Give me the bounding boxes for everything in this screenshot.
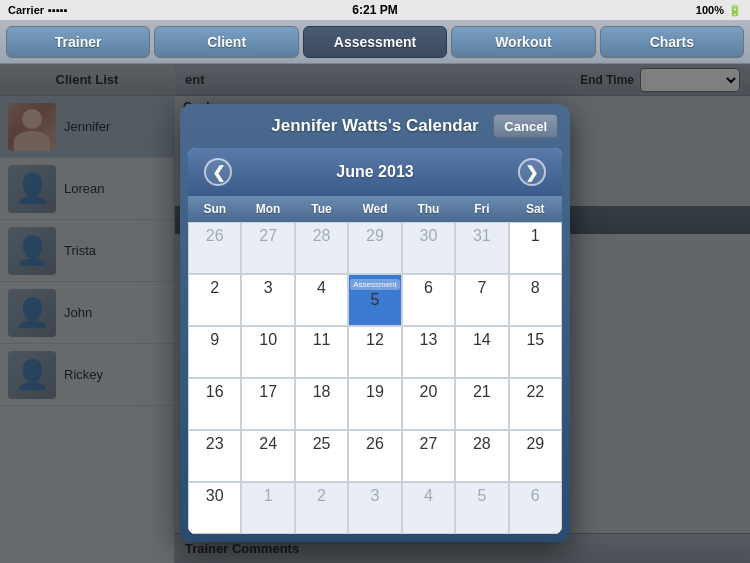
calendar-day[interactable]: 17 (241, 378, 294, 430)
calendar-day[interactable]: 30 (188, 482, 241, 534)
weekday-tue: Tue (295, 196, 348, 222)
time-display: 6:21 PM (352, 3, 397, 17)
calendar-day[interactable]: 6 (402, 274, 455, 326)
prev-month-button[interactable]: ❮ (204, 158, 232, 186)
calendar-day[interactable]: 5 (455, 482, 508, 534)
calendar-day[interactable]: 1 (509, 222, 562, 274)
status-bar: Carrier ▪▪▪▪▪ 6:21 PM 100% 🔋 (0, 0, 750, 20)
calendar-day[interactable]: 27 (241, 222, 294, 274)
weekday-thu: Thu (402, 196, 455, 222)
calendar-modal: Jennifer Watts's Calendar Cancel ❮ June … (180, 104, 570, 542)
modal-title: Jennifer Watts's Calendar (271, 116, 478, 136)
calendar-body: ❮ June 2013 ❯ Sun Mon Tue Wed Thu Fri Sa… (188, 148, 562, 534)
calendar-day[interactable]: 13 (402, 326, 455, 378)
calendar-day[interactable]: 26 (188, 222, 241, 274)
calendar-day[interactable]: 4 (295, 274, 348, 326)
tab-assessment[interactable]: Assessment (303, 26, 447, 58)
calendar-day[interactable]: 28 (295, 222, 348, 274)
calendar-day[interactable]: 3 (348, 482, 401, 534)
calendar-day[interactable]: 2 (295, 482, 348, 534)
calendar-day[interactable]: 24 (241, 430, 294, 482)
calendar-day[interactable]: Assessment5 (348, 274, 401, 326)
calendar-day[interactable]: 10 (241, 326, 294, 378)
main-content: Client List Jennifer Lorean Trista John (0, 64, 750, 563)
weekdays-row: Sun Mon Tue Wed Thu Fri Sat (188, 196, 562, 222)
calendar-day[interactable]: 25 (295, 430, 348, 482)
calendar-day[interactable]: 1 (241, 482, 294, 534)
calendar-day[interactable]: 3 (241, 274, 294, 326)
weekday-sat: Sat (509, 196, 562, 222)
calendar-day[interactable]: 21 (455, 378, 508, 430)
calendar-day[interactable]: 29 (509, 430, 562, 482)
next-month-button[interactable]: ❯ (518, 158, 546, 186)
signal-icon: ▪▪▪▪▪ (48, 4, 68, 16)
calendar-day[interactable]: 19 (348, 378, 401, 430)
calendar-day[interactable]: 18 (295, 378, 348, 430)
calendar-day[interactable]: 30 (402, 222, 455, 274)
calendar-day[interactable]: 14 (455, 326, 508, 378)
calendar-day[interactable]: 23 (188, 430, 241, 482)
calendar-day[interactable]: 8 (509, 274, 562, 326)
calendar-day[interactable]: 28 (455, 430, 508, 482)
modal-header: Jennifer Watts's Calendar Cancel (180, 104, 570, 148)
calendar-day[interactable]: 29 (348, 222, 401, 274)
calendar-day[interactable]: 20 (402, 378, 455, 430)
calendar-day[interactable]: 2 (188, 274, 241, 326)
calendar-day[interactable]: 26 (348, 430, 401, 482)
calendar-nav: ❮ June 2013 ❯ (188, 148, 562, 196)
cancel-button[interactable]: Cancel (493, 114, 558, 139)
calendar-day[interactable]: 15 (509, 326, 562, 378)
calendar-day[interactable]: 16 (188, 378, 241, 430)
calendar-day[interactable]: 12 (348, 326, 401, 378)
weekday-wed: Wed (348, 196, 401, 222)
weekday-mon: Mon (241, 196, 294, 222)
calendar-day[interactable]: 22 (509, 378, 562, 430)
calendar-day[interactable]: 9 (188, 326, 241, 378)
tab-workout[interactable]: Workout (451, 26, 595, 58)
calendar-day[interactable]: 7 (455, 274, 508, 326)
carrier-label: Carrier (8, 4, 44, 16)
battery-icon: 🔋 (728, 4, 742, 17)
month-year-label: June 2013 (336, 163, 413, 181)
modal-overlay: Jennifer Watts's Calendar Cancel ❮ June … (0, 64, 750, 563)
tab-charts[interactable]: Charts (600, 26, 744, 58)
tab-trainer[interactable]: Trainer (6, 26, 150, 58)
calendar-day[interactable]: 11 (295, 326, 348, 378)
calendar-day[interactable]: 4 (402, 482, 455, 534)
nav-bar: Trainer Client Assessment Workout Charts (0, 20, 750, 64)
weekday-fri: Fri (455, 196, 508, 222)
carrier-info: Carrier ▪▪▪▪▪ (8, 4, 68, 16)
calendar-days: 2627282930311234Assessment56789101112131… (188, 222, 562, 534)
battery-label: 100% (696, 4, 724, 16)
tab-client[interactable]: Client (154, 26, 298, 58)
calendar-day[interactable]: 6 (509, 482, 562, 534)
battery-section: 100% 🔋 (696, 4, 742, 17)
weekday-sun: Sun (188, 196, 241, 222)
calendar-day[interactable]: 31 (455, 222, 508, 274)
calendar-day[interactable]: 27 (402, 430, 455, 482)
